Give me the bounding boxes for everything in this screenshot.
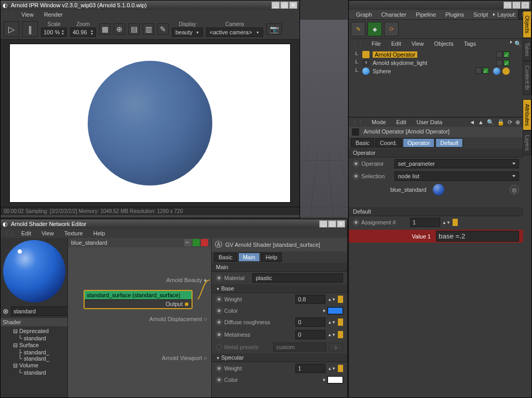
attr-menu-mode[interactable]: Mode xyxy=(367,118,390,126)
assignment-radio[interactable] xyxy=(353,219,359,225)
vtab-layers[interactable]: Layers xyxy=(523,130,531,155)
menu-edit[interactable]: Edit xyxy=(17,229,35,237)
tree-item[interactable]: └ standard xyxy=(4,335,64,341)
weight-input[interactable] xyxy=(295,295,325,304)
material-tag-icon[interactable] xyxy=(493,68,500,75)
shader-node[interactable]: standard_surface (standard_surface) Outp… xyxy=(84,290,193,309)
spec-color-swatch[interactable] xyxy=(328,376,343,383)
camera-dropdown[interactable]: <active camera>▼ xyxy=(206,28,263,37)
pause-button[interactable]: ‖ xyxy=(22,21,38,37)
obj-menu-file[interactable]: File xyxy=(367,39,385,48)
menu-help[interactable]: Help xyxy=(89,229,110,237)
play-button[interactable]: ▷ xyxy=(4,21,19,37)
metalness-input[interactable] xyxy=(295,330,325,339)
menu-plugins[interactable]: Plugins xyxy=(441,10,468,19)
menu-view[interactable]: View xyxy=(17,10,38,19)
close-button[interactable]: ✕ xyxy=(521,2,529,9)
object-name[interactable]: Sphere xyxy=(373,68,391,74)
tool-spline-icon[interactable]: ✎ xyxy=(351,22,365,36)
diffuse-roughness-input[interactable] xyxy=(295,317,325,327)
nav-search-icon[interactable]: 🔍 xyxy=(487,119,494,126)
tab-basic[interactable]: Basic xyxy=(351,138,374,148)
color-radio[interactable] xyxy=(216,308,222,314)
tool-arrow-icon[interactable]: ⟳ xyxy=(384,22,399,36)
menu-graph[interactable]: Graph xyxy=(352,10,376,19)
spec-weight-input[interactable] xyxy=(295,364,325,373)
globe-icon[interactable]: ⊕ xyxy=(114,23,125,35)
shader-graph[interactable]: blue_standard ↔ Arnold Beauty ● Arnold D… xyxy=(68,238,211,397)
assignment-slider[interactable] xyxy=(453,219,458,226)
material-dropdown[interactable]: plastic xyxy=(252,273,343,283)
menu-character[interactable]: Character xyxy=(377,10,411,19)
material-preview[interactable] xyxy=(3,240,65,302)
minimize-button[interactable]: _ xyxy=(271,2,280,9)
close-attr-icon[interactable]: ⊗ xyxy=(515,119,520,126)
layout2-icon[interactable]: ▤ xyxy=(128,23,140,35)
metalness-radio[interactable] xyxy=(216,331,222,338)
metalness-slider[interactable] xyxy=(338,331,343,338)
maximize-button[interactable]: ▢ xyxy=(512,2,521,9)
viewport[interactable] xyxy=(299,20,348,217)
node-output-port[interactable]: Output xyxy=(85,299,192,308)
tab-operator[interactable]: Operator xyxy=(403,138,434,148)
tree-surface[interactable]: ⊟ Surface xyxy=(4,341,64,349)
nav-up-icon[interactable]: ▲ xyxy=(478,119,484,126)
shader-titlebar[interactable]: ◐ Arnold Shader Network Editor _ ▢ ✕ xyxy=(1,219,347,229)
graph-tool-icon[interactable] xyxy=(201,239,208,246)
layout3-icon[interactable]: ▥ xyxy=(143,23,154,35)
maximize-button[interactable]: ▢ xyxy=(280,2,289,9)
diffuse-radio[interactable] xyxy=(216,319,222,325)
material-radio[interactable] xyxy=(216,275,222,281)
maximize-button[interactable]: ▢ xyxy=(328,220,336,228)
object-row-operator[interactable]: └ Arnold Operator ✓ xyxy=(350,50,514,59)
selection-dropdown[interactable]: node list xyxy=(394,171,519,181)
color-arrow-icon[interactable] xyxy=(323,378,325,381)
close-button[interactable]: ✕ xyxy=(337,220,345,228)
tab-coord[interactable]: Coord. xyxy=(375,138,402,148)
minimize-button[interactable]: _ xyxy=(319,220,328,228)
base-color-swatch[interactable] xyxy=(328,307,343,314)
minimize-button[interactable]: _ xyxy=(503,2,512,9)
graph-tool-icon[interactable]: ↔ xyxy=(184,239,192,246)
search-icon[interactable]: 🔍 xyxy=(514,41,522,47)
operator-radio[interactable] xyxy=(353,161,359,167)
base-section[interactable]: Base xyxy=(212,284,347,293)
object-row-skydome[interactable]: └ ♀ Arnold skydome_light ✓ xyxy=(350,59,514,67)
attr-menu-userdata[interactable]: User Data xyxy=(413,118,447,126)
value1-input[interactable] xyxy=(436,231,519,242)
vtab-objects[interactable]: Objects xyxy=(523,11,531,38)
object-row-sphere[interactable]: └ Sphere ✓ xyxy=(350,67,514,75)
vtab-takes[interactable]: Takes xyxy=(523,38,531,61)
tree-item[interactable]: └ standard_ xyxy=(4,355,64,362)
object-name[interactable]: Arnold skydome_light xyxy=(373,60,427,66)
selection-radio[interactable] xyxy=(353,173,359,179)
shader-tree[interactable]: ⊟ Deprecated └ standard ⊟ Surface ├ stan… xyxy=(1,326,67,397)
tab-help[interactable]: Help xyxy=(261,253,282,262)
spec-weight-radio[interactable] xyxy=(216,365,222,372)
tab-main[interactable]: Main xyxy=(238,253,260,262)
vtab-content[interactable]: Content Br xyxy=(523,61,531,95)
scale-input[interactable]: 100 %▲▼ xyxy=(41,28,67,37)
weight-slider[interactable] xyxy=(338,296,343,303)
selection-material-icon[interactable] xyxy=(433,184,444,195)
obj-menu-tags[interactable]: Tags xyxy=(460,39,480,48)
object-name[interactable]: Arnold Operator xyxy=(373,51,417,58)
obj-menu-view[interactable]: View xyxy=(407,39,428,48)
menu-render[interactable]: Render xyxy=(40,10,67,19)
shader-tree-header[interactable]: Shader xyxy=(1,318,67,326)
close-button[interactable]: ✕ xyxy=(289,2,297,9)
tool-cube-icon[interactable]: ◆ xyxy=(367,22,382,36)
obj-menu-objects[interactable]: Objects xyxy=(430,39,457,48)
tab-default[interactable]: Default xyxy=(435,138,463,148)
ipr-titlebar[interactable]: ◐ Arnold IPR Window v2.3.0_wip03 (Arnold… xyxy=(1,1,299,10)
specular-section[interactable]: Specular xyxy=(212,353,347,362)
menu-pipeline[interactable]: Pipeline xyxy=(412,10,440,19)
menu-texture[interactable]: Texture xyxy=(60,229,87,237)
diffuse-slider[interactable] xyxy=(338,319,343,326)
tree-item[interactable]: ├ standard_ xyxy=(4,349,64,355)
clear-search-icon[interactable]: ⊗ xyxy=(3,307,9,315)
assignment-input[interactable] xyxy=(410,218,440,227)
brush-icon[interactable]: ✎ xyxy=(157,23,169,35)
layout1-icon[interactable]: ▦ xyxy=(99,23,111,35)
snapshot-icon[interactable]: 📷 xyxy=(266,23,282,35)
